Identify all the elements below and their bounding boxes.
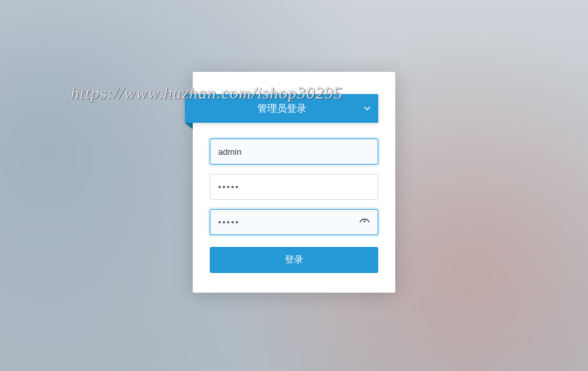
chevron-down-icon <box>364 105 370 112</box>
password-input[interactable] <box>210 174 378 200</box>
password-wrap <box>210 174 378 200</box>
captcha-input[interactable] <box>210 209 378 235</box>
username-input[interactable] <box>210 138 378 165</box>
login-title: 管理员登录 <box>257 103 306 115</box>
captcha-wrap <box>210 209 378 235</box>
username-wrap <box>210 138 378 165</box>
login-header-ribbon[interactable]: 管理员登录 <box>185 94 378 123</box>
eye-icon[interactable] <box>359 216 370 228</box>
login-card: 管理员登录 登录 <box>193 72 395 293</box>
login-form: 登录 <box>210 138 378 273</box>
login-button[interactable]: 登录 <box>210 247 378 273</box>
svg-point-0 <box>364 221 365 222</box>
